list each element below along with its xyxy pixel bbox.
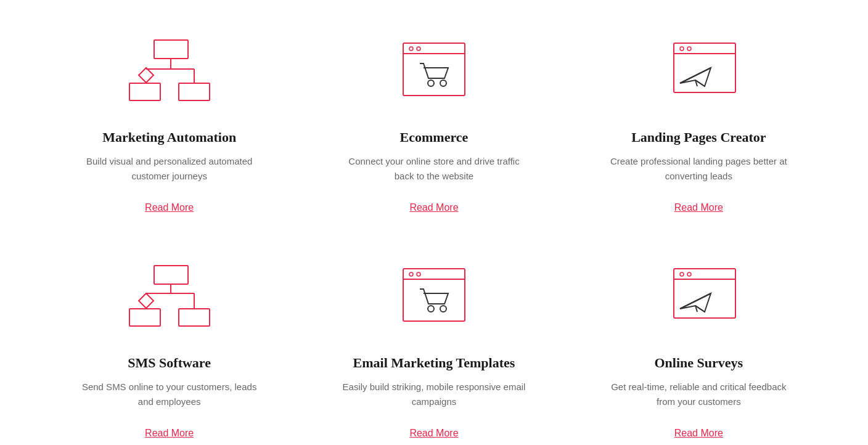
read-more-link[interactable]: Read More — [145, 202, 194, 213]
svg-point-42 — [680, 272, 684, 276]
svg-point-12 — [409, 47, 413, 51]
card-title: Landing Pages Creator — [631, 129, 766, 145]
svg-line-9 — [154, 69, 171, 75]
card-description: Connect your online store and drive traf… — [338, 154, 529, 184]
card-description: Get real-time, reliable and critical fee… — [604, 380, 794, 409]
svg-rect-25 — [129, 309, 160, 326]
read-more-link[interactable]: Read More — [674, 428, 723, 439]
svg-rect-1 — [129, 83, 160, 100]
card-description: Build visual and personalized automated … — [74, 154, 264, 184]
landing-pages-icon — [649, 31, 748, 117]
feature-grid: Marketing Automation Build visual and pe… — [0, 0, 868, 445]
svg-marker-27 — [139, 293, 154, 308]
svg-point-18 — [680, 47, 684, 51]
svg-rect-2 — [179, 83, 210, 100]
svg-point-14 — [428, 80, 434, 86]
svg-point-38 — [428, 306, 434, 312]
svg-point-19 — [687, 47, 691, 51]
svg-rect-10 — [403, 43, 465, 96]
card-title: Ecommerce — [400, 129, 469, 145]
card-description: Create professional landing pages better… — [604, 154, 794, 184]
email-marketing-icon — [385, 256, 483, 343]
card-title: Marketing Automation — [102, 129, 236, 145]
read-more-link[interactable]: Read More — [409, 202, 458, 213]
card-description: Send SMS online to your customers, leads… — [74, 380, 264, 409]
svg-rect-26 — [179, 309, 210, 326]
svg-point-36 — [409, 272, 413, 276]
svg-marker-3 — [139, 68, 154, 83]
svg-point-15 — [440, 80, 446, 86]
automation-icon — [120, 31, 219, 117]
read-more-link[interactable]: Read More — [409, 428, 458, 439]
card-title: Online Surveys — [655, 355, 743, 371]
svg-point-13 — [417, 47, 420, 51]
card-title: SMS Software — [128, 355, 211, 371]
card-title: Email Marketing Templates — [353, 355, 515, 371]
sms-icon — [120, 256, 219, 343]
ecommerce-icon — [385, 31, 483, 117]
card-ecommerce: Ecommerce Connect your online store and … — [301, 12, 566, 238]
svg-rect-34 — [403, 269, 465, 321]
online-surveys-icon — [649, 256, 748, 343]
svg-rect-0 — [154, 40, 188, 59]
read-more-link[interactable]: Read More — [145, 428, 194, 439]
read-more-link[interactable]: Read More — [674, 202, 723, 213]
svg-point-37 — [417, 272, 420, 276]
card-sms-software: SMS Software Send SMS online to your cus… — [37, 238, 301, 445]
card-online-surveys: Online Surveys Get real-time, reliable a… — [567, 238, 831, 445]
svg-point-43 — [687, 272, 691, 276]
svg-point-39 — [440, 306, 446, 312]
card-landing-pages: Landing Pages Creator Create professiona… — [567, 12, 831, 238]
svg-rect-24 — [154, 266, 188, 284]
card-email-marketing: Email Marketing Templates Easily build s… — [301, 238, 566, 445]
svg-line-30 — [154, 293, 171, 301]
card-marketing-automation: Marketing Automation Build visual and pe… — [37, 12, 301, 238]
card-description: Easily build striking, mobile responsive… — [338, 380, 529, 409]
